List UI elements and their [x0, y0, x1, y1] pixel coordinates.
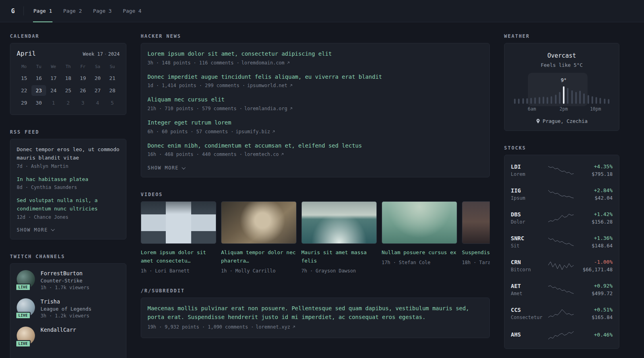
twitch-channel-name: Trisha [41, 298, 91, 305]
hn-item-domain-link[interactable]: ipsumworld.net [247, 83, 293, 88]
calendar-day: 28 [105, 85, 120, 96]
stock-symbol: DBS [511, 211, 547, 218]
rss-card: Donec tempor eros leo, ut commodo mauris… [10, 139, 126, 239]
hn-item-domain-link[interactable]: loremdomain.com [241, 60, 290, 66]
video-title[interactable]: Suspendisse diam [462, 249, 490, 257]
stock-sparkline [548, 189, 574, 199]
video-title[interactable]: Aliquam tempor dolor nec pharetra… [221, 249, 297, 265]
videos-widget-title: VIDEOS [141, 192, 490, 197]
calendar-day-header: Mo [17, 62, 31, 71]
calendar-day: 16 [31, 73, 46, 84]
stock-symbol: SNRC [511, 235, 547, 241]
calendar-day-header: Tu [31, 62, 46, 71]
stock-row[interactable]: CRN Bitcorn -1.00% $66,171.48 [511, 254, 613, 278]
calendar-day-header: Sa [90, 62, 105, 71]
stock-row[interactable]: AHS +0.46% [511, 325, 613, 345]
twitch-channel-viewers: 1h · 1.7k viewers [41, 285, 89, 290]
tab-page-2[interactable]: Page 2 [58, 0, 87, 22]
calendar-day: 26 [76, 85, 90, 96]
stock-values: +0.92% $499.72 [574, 283, 613, 296]
twitch-channel[interactable]: LIVE KendallCarr [17, 327, 120, 346]
video-thumbnail[interactable] [141, 201, 216, 244]
stock-sparkline [548, 331, 574, 340]
stock-sparkline [548, 285, 574, 294]
weather-hour-bar [514, 99, 516, 104]
weather-time-labels: 6am2pm10pm [514, 106, 609, 113]
twitch-channel[interactable]: LIVE ForrestBurton Counter-Strike 1h · 1… [17, 270, 120, 290]
hn-item-domain-link[interactable]: ipsumify.biz [236, 129, 276, 134]
hn-item-meta: 1d · 1,414 points · 299 comments · ipsum… [147, 83, 483, 88]
stock-values: +1.42% $156.28 [574, 211, 613, 225]
hn-item-domain-link[interactable]: loremtech.co [244, 152, 284, 157]
tab-page-1[interactable]: Page 1 [28, 0, 58, 22]
video-thumbnail[interactable] [301, 201, 377, 244]
video-title[interactable]: Nullam posuere cursus ex [382, 249, 457, 257]
tab-page-4[interactable]: Page 4 [117, 0, 147, 22]
calendar-day-today: 23 [31, 85, 46, 96]
weather-hour-bar [547, 97, 548, 104]
video-thumbnail[interactable] [382, 201, 457, 244]
stock-values: -1.00% $66,171.48 [574, 259, 613, 272]
twitch-channel[interactable]: LIVE Trisha League of Legends 3h · 1.2k … [17, 298, 120, 319]
video-title[interactable]: Lorem ipsum dolor sit amet consectetu… [141, 249, 216, 265]
hn-item-meta: 21h · 710 points · 579 comments · loreml… [147, 106, 483, 111]
stock-id: SNRC Sit [511, 235, 547, 249]
rss-item-title[interactable]: In hac habitasse platea [17, 175, 120, 184]
external-link-icon [289, 107, 293, 111]
videos-widget: VIDEOS Lorem ipsum dolor sit amet consec… [141, 192, 490, 274]
hn-item-title[interactable]: Donec imperdiet augue tincidunt felis al… [147, 73, 483, 82]
weather-condition: Overcast [511, 52, 613, 59]
stock-name: Amet [511, 291, 547, 296]
video-card: Lorem ipsum dolor sit amet consectetu… 1… [141, 201, 216, 274]
calendar-day: 27 [90, 85, 105, 96]
subreddit-post-domain: loremnet.xyz [256, 324, 290, 330]
video-title[interactable]: Mauris sit amet massa felis [301, 249, 377, 265]
weather-hour-bar [579, 91, 581, 104]
hn-item-domain: loremtech.co [244, 152, 279, 157]
hn-item-title[interactable]: Integer eget rutrum lorem [147, 119, 483, 127]
weather-widget-title: WEATHER [504, 33, 619, 39]
rss-item-title[interactable]: Sed volutpat nulla nisl, a condimentum n… [17, 197, 120, 213]
subreddit-widget: /R/SUBREDDIT Maecenas mollis pulvinar er… [141, 288, 490, 338]
stock-row[interactable]: IIG Ipsum +2.84% $42.04 [511, 182, 613, 206]
hn-item-domain: loremdomain.com [241, 60, 284, 66]
hn-item-title[interactable]: Aliquam nec cursus elit [147, 95, 483, 104]
weather-hour-bar [559, 92, 561, 104]
rss-item-title[interactable]: Donec tempor eros leo, ut commodo mauris… [17, 146, 120, 162]
twitch-channel-info: KendallCarr [41, 327, 76, 346]
stock-row[interactable]: CCS Consectetur +0.51% $165.84 [511, 302, 613, 325]
stock-symbol: AET [511, 283, 547, 289]
stock-row[interactable]: LDI Lorem +4.35% $795.18 [511, 158, 613, 182]
weather-time-label: 2pm [560, 106, 568, 112]
video-thumbnail[interactable] [221, 201, 297, 244]
external-link-icon [272, 130, 275, 134]
subreddit-post-title[interactable]: Maecenas mollis pulvinar erat non posuer… [147, 304, 483, 321]
stock-row[interactable]: DBS Dolor +1.42% $156.28 [511, 206, 613, 230]
video-thumbnail[interactable] [462, 201, 490, 244]
calendar-month: April [17, 50, 36, 57]
top-bar: G Page 1 Page 2 Page 3 Page 4 [0, 0, 644, 22]
stock-change: +4.35% [574, 163, 613, 169]
stock-change: +0.51% [574, 307, 613, 313]
stock-id: LDI Lorem [511, 163, 547, 177]
hn-item-title[interactable]: Donec enim nibh, condimentum et accumsan… [147, 142, 483, 150]
chevron-down-icon [50, 228, 54, 232]
weather-hour-bar [555, 95, 557, 104]
calendar-day: 24 [46, 85, 61, 96]
twitch-channel-info: ForrestBurton Counter-Strike 1h · 1.7k v… [41, 270, 89, 290]
calendar-day: 25 [61, 85, 76, 96]
tab-page-3[interactable]: Page 3 [87, 0, 117, 22]
subreddit-post-domain-link[interactable]: loremnet.xyz [256, 324, 296, 330]
calendar-day: 18 [61, 73, 76, 84]
hn-show-more-button[interactable]: SHOW MORE [147, 165, 184, 171]
hn-item-domain-link[interactable]: loremlandia.org [244, 106, 293, 111]
stock-change: -1.00% [574, 259, 613, 265]
rss-show-more-button[interactable]: SHOW MORE [17, 227, 54, 233]
stock-row[interactable]: AET Amet +0.92% $499.72 [511, 278, 613, 302]
calendar-widget: CALENDAR April Week 17·2024 MoTuWeThFrSa… [10, 33, 126, 115]
stock-change: +2.84% [574, 187, 613, 193]
topbar-divider [23, 6, 24, 16]
hn-item-title[interactable]: Lorem ipsum dolor sit amet, consectetur … [147, 50, 483, 58]
stock-row[interactable]: SNRC Sit +1.36% $148.64 [511, 230, 613, 254]
weather-location: Prague, Czechia [543, 118, 588, 124]
